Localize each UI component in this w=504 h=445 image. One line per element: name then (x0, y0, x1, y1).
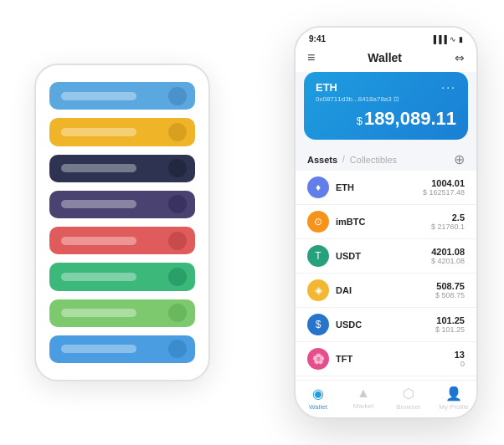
asset-amounts: 4201.08$ 4201.08 (431, 247, 465, 265)
balance-amount: 189,089.11 (364, 108, 456, 129)
asset-icon: ◈ (307, 279, 329, 301)
wallet-balance: $189,089.11 (316, 108, 456, 130)
asset-amounts: 1004.01$ 162517.48 (423, 178, 465, 197)
asset-name: imBTC (336, 217, 431, 227)
nav-icon: ◉ (312, 386, 324, 402)
wallet-card-top: ETH ··· (316, 80, 456, 94)
wallet-address: 0x08711d3b...8418a78a3 ⊡ (316, 95, 456, 103)
status-bar: 9:41 ▐▐▐ ∿ ▮ (296, 28, 476, 47)
asset-name: DAI (336, 285, 435, 295)
asset-item[interactable]: ♦ETH1004.01$ 162517.48 (296, 171, 476, 205)
wallet-card-row[interactable] (49, 263, 195, 290)
asset-amounts: 130 (455, 350, 465, 368)
asset-item[interactable]: ◈DAI508.75$ 508.75 (296, 274, 476, 308)
wallet-more-icon[interactable]: ··· (441, 80, 456, 94)
menu-icon[interactable]: ≡ (307, 50, 315, 65)
asset-name: USDT (336, 251, 431, 261)
nav-label: Market (353, 402, 373, 410)
scan-icon[interactable]: ⇔ (455, 51, 465, 64)
asset-amounts: 101.25$ 101.25 (435, 315, 465, 334)
add-asset-icon[interactable]: ⊕ (454, 151, 465, 167)
bottom-nav: ◉Wallet▲Market⬡Browser👤My Profile (296, 380, 476, 417)
nav-icon: 👤 (445, 386, 462, 402)
scene: 9:41 ▐▐▐ ∿ ▮ ≡ Wallet ⇔ ETH ··· 0x08711d… (18, 13, 486, 432)
assets-header: Assets / Collectibles ⊕ (296, 146, 476, 171)
asset-amount: 101.25 (435, 315, 465, 325)
asset-amount: 2.5 (431, 212, 465, 222)
wallet-card-row[interactable] (49, 191, 195, 218)
wallet-coin-label: ETH (316, 81, 337, 94)
balance-symbol: $ (357, 115, 363, 127)
asset-amount: 4201.08 (431, 247, 465, 257)
signal-icon: ▐▐▐ (431, 35, 447, 43)
asset-usd: $ 162517.48 (423, 188, 465, 197)
nav-label: My Profile (439, 403, 469, 411)
nav-icon: ⬡ (403, 386, 414, 402)
asset-item[interactable]: 🌸TFT130 (296, 342, 476, 376)
wallet-card-row[interactable] (49, 335, 195, 363)
asset-amount: 508.75 (435, 281, 465, 291)
asset-icon: $ (307, 314, 329, 335)
wallet-card-row[interactable] (49, 299, 195, 327)
asset-icon: 🌸 (307, 348, 329, 370)
battery-icon: ▮ (459, 35, 463, 43)
foreground-phone: 9:41 ▐▐▐ ∿ ▮ ≡ Wallet ⇔ ETH ··· 0x08711d… (294, 26, 478, 419)
tab-assets[interactable]: Assets (307, 155, 337, 165)
assets-tabs: Assets / Collectibles (307, 155, 397, 165)
asset-usd: $ 21760.1 (431, 222, 465, 231)
asset-name: USDC (336, 320, 435, 330)
asset-usd: $ 4201.08 (431, 257, 465, 265)
status-time: 9:41 (309, 34, 326, 43)
wallet-card-row[interactable] (49, 118, 195, 146)
nav-label: Wallet (309, 403, 327, 411)
asset-name: ETH (336, 182, 423, 192)
asset-icon: ⊙ (307, 211, 329, 233)
phone-header: ≡ Wallet ⇔ (296, 47, 476, 72)
status-icons: ▐▐▐ ∿ ▮ (431, 35, 463, 43)
nav-item-wallet[interactable]: ◉Wallet (296, 386, 341, 411)
asset-amounts: 508.75$ 508.75 (435, 281, 465, 299)
asset-name: TFT (336, 354, 455, 364)
nav-label: Browser (396, 403, 420, 411)
tab-divider: / (342, 155, 345, 164)
asset-icon: ♦ (307, 176, 329, 198)
asset-list: ♦ETH1004.01$ 162517.48⊙imBTC2.5$ 21760.1… (296, 171, 476, 380)
asset-usd: 0 (455, 360, 465, 368)
wallet-card-row[interactable] (49, 82, 195, 110)
asset-amount: 1004.01 (423, 178, 465, 188)
asset-item[interactable]: ⊙imBTC2.5$ 21760.1 (296, 205, 476, 239)
nav-item-my-profile[interactable]: 👤My Profile (431, 386, 476, 411)
nav-item-market[interactable]: ▲Market (341, 386, 386, 411)
nav-item-browser[interactable]: ⬡Browser (386, 386, 431, 411)
wallet-card-row[interactable] (49, 155, 195, 182)
asset-amount: 13 (455, 350, 465, 360)
wifi-icon: ∿ (450, 35, 456, 43)
header-title: Wallet (368, 51, 402, 64)
asset-item[interactable]: $USDC101.25$ 101.25 (296, 308, 476, 342)
asset-item[interactable]: TUSDT4201.08$ 4201.08 (296, 239, 476, 274)
asset-usd: $ 101.25 (435, 325, 465, 334)
nav-icon: ▲ (357, 386, 370, 401)
asset-icon: T (307, 245, 329, 267)
asset-usd: $ 508.75 (435, 291, 465, 299)
tab-collectibles[interactable]: Collectibles (350, 155, 397, 165)
wallet-card-row[interactable] (49, 227, 195, 254)
asset-amounts: 2.5$ 21760.1 (431, 212, 465, 231)
wallet-card: ETH ··· 0x08711d3b...8418a78a3 ⊡ $189,08… (304, 72, 468, 140)
background-phone (34, 64, 210, 381)
